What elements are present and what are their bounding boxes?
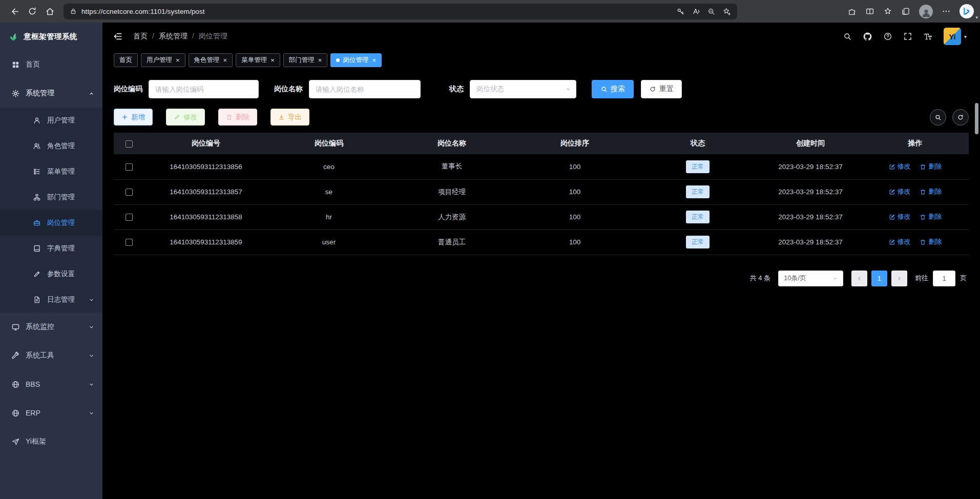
sidebar-item-system-management[interactable]: 系统管理 — [0, 79, 102, 108]
password-key-button[interactable] — [673, 4, 688, 18]
system-management-submenu: 用户管理 角色管理 菜单管理 — [0, 108, 102, 313]
goto-page-input[interactable] — [933, 271, 955, 286]
split-screen-button[interactable] — [865, 7, 874, 16]
hide-search-button[interactable] — [930, 109, 946, 126]
prev-page-button[interactable] — [851, 271, 867, 286]
table-row[interactable]: 1641030593112313859 user 普通员工 100 正常 202… — [114, 230, 969, 255]
table-row[interactable]: 1641030593112313857 se 项目经理 100 正常 2023-… — [114, 179, 969, 204]
sidebar-item-erp[interactable]: ERP — [0, 399, 102, 427]
tab-close-icon[interactable]: × — [176, 57, 180, 64]
column-header: 状态 — [636, 133, 759, 154]
browser-back-button[interactable] — [6, 3, 24, 20]
font-size-button[interactable] — [923, 32, 933, 41]
sidebar-item-bbs[interactable]: BBS — [0, 370, 102, 399]
post-code-input[interactable] — [149, 80, 259, 98]
add-button[interactable]: 新增 — [114, 109, 153, 126]
delete-button[interactable]: 删除 — [218, 109, 257, 126]
menu-list-icon — [33, 168, 41, 176]
reset-button[interactable]: 重置 — [641, 80, 682, 98]
browser-home-button[interactable] — [41, 3, 58, 20]
row-delete-button[interactable]: 删除 — [920, 187, 942, 196]
sidebar-item-parameter-settings[interactable]: 参数设置 — [0, 261, 102, 287]
row-edit-button[interactable]: 修改 — [889, 237, 911, 246]
sidebar-item-log-management[interactable]: 日志管理 — [0, 287, 102, 313]
sidebar-item-user-management[interactable]: 用户管理 — [0, 108, 102, 133]
chevron-down-icon — [88, 381, 95, 388]
sidebar-item-role-management[interactable]: 角色管理 — [0, 133, 102, 159]
extensions-button[interactable] — [847, 7, 857, 16]
row-edit-button[interactable]: 修改 — [889, 212, 911, 221]
browser-refresh-button[interactable] — [24, 3, 41, 20]
help-button[interactable] — [883, 32, 892, 41]
tab-post-management[interactable]: 岗位管理 × — [330, 53, 382, 67]
cell-post-code: hr — [267, 204, 390, 230]
read-aloud-button[interactable] — [688, 4, 703, 18]
row-delete-button[interactable]: 删除 — [920, 212, 942, 221]
sidebar-item-system-monitor[interactable]: 系统监控 — [0, 313, 102, 341]
user-menu[interactable]: Yi ▾ — [944, 28, 967, 45]
select-all-checkbox[interactable] — [126, 140, 133, 148]
sidebar-item-system-tools[interactable]: 系统工具 — [0, 341, 102, 370]
collections-button[interactable] — [901, 7, 910, 16]
header-search-button[interactable] — [843, 32, 852, 41]
sidebar: 意框架管理系统 首页 系统管理 — [0, 23, 102, 499]
next-page-button[interactable] — [891, 271, 907, 286]
sidebar-item-yi-framework[interactable]: Yi框架 — [0, 427, 102, 456]
post-name-input[interactable] — [309, 80, 421, 98]
leaf-logo-icon — [8, 31, 19, 42]
tab-menu-management[interactable]: 菜单管理 × — [236, 53, 280, 67]
tab-close-icon[interactable]: × — [318, 57, 322, 64]
bing-copilot-button[interactable] — [960, 4, 974, 18]
page-size-select[interactable]: 10条/页 — [778, 271, 843, 286]
sidebar-item-menu-management[interactable]: 菜单管理 — [0, 159, 102, 184]
github-link-button[interactable] — [863, 32, 872, 41]
sidebar-toggle-button[interactable] — [113, 31, 123, 41]
url-input[interactable] — [81, 8, 673, 15]
cell-post-code: se — [267, 179, 390, 204]
row-edit-button[interactable]: 修改 — [889, 162, 911, 171]
row-checkbox[interactable] — [126, 214, 133, 221]
row-checkbox[interactable] — [126, 163, 133, 171]
table-row[interactable]: 1641030593112313856 ceo 董事长 100 正常 2023-… — [114, 154, 969, 179]
toolbar-caret-icon[interactable]: ▾ — [975, 15, 978, 20]
edit-icon — [889, 239, 895, 245]
tab-user-management[interactable]: 用户管理 × — [141, 53, 185, 67]
table-row[interactable]: 1641030593112313858 hr 人力资源 100 正常 2023-… — [114, 204, 969, 230]
tab-close-icon[interactable]: × — [270, 57, 275, 64]
refresh-icon — [957, 114, 964, 121]
sidebar-item-department-management[interactable]: 部门管理 — [0, 184, 102, 210]
tab-close-icon[interactable]: × — [223, 57, 227, 64]
export-button[interactable]: 导出 — [270, 109, 309, 126]
row-delete-button[interactable]: 删除 — [920, 237, 942, 246]
cell-post-name: 项目经理 — [390, 179, 513, 204]
favorites-button[interactable] — [883, 7, 892, 16]
sidebar-item-post-management[interactable]: 岗位管理 — [0, 210, 102, 236]
globe-icon — [11, 409, 20, 418]
row-checkbox[interactable] — [126, 239, 133, 246]
tab-home[interactable]: 首页 — [114, 53, 138, 67]
page-scrollbar-thumb[interactable] — [975, 103, 978, 134]
profile-avatar[interactable] — [919, 5, 933, 18]
tab-role-management[interactable]: 角色管理 × — [189, 53, 233, 67]
search-form: 岗位编码 岗位名称 状态 岗位状态 搜索 重置 — [114, 80, 969, 98]
browser-menu-button[interactable] — [942, 7, 951, 16]
row-edit-button[interactable]: 修改 — [889, 187, 911, 196]
status-select[interactable]: 岗位状态 — [470, 80, 576, 98]
sidebar-item-dict-management[interactable]: 字典管理 — [0, 236, 102, 261]
refresh-table-button[interactable] — [952, 109, 969, 126]
row-delete-button[interactable]: 删除 — [920, 162, 942, 171]
zoom-indicator-button[interactable] — [703, 4, 719, 18]
browser-toolbar-right — [737, 4, 974, 18]
search-button[interactable]: 搜索 — [592, 80, 634, 98]
tab-department-management[interactable]: 部门管理 × — [283, 53, 328, 67]
address-bar[interactable] — [64, 4, 737, 19]
row-checkbox[interactable] — [126, 189, 133, 196]
fullscreen-button[interactable] — [903, 32, 912, 41]
edit-button[interactable]: 修改 — [166, 109, 205, 126]
sidebar-item-home[interactable]: 首页 — [0, 50, 102, 79]
breadcrumb-system[interactable]: 系统管理 — [159, 32, 199, 41]
breadcrumb-home[interactable]: 首页 — [133, 32, 159, 41]
tab-close-icon[interactable]: × — [372, 57, 376, 64]
page-number-button[interactable]: 1 — [871, 271, 887, 286]
add-favorite-button[interactable] — [719, 4, 734, 18]
